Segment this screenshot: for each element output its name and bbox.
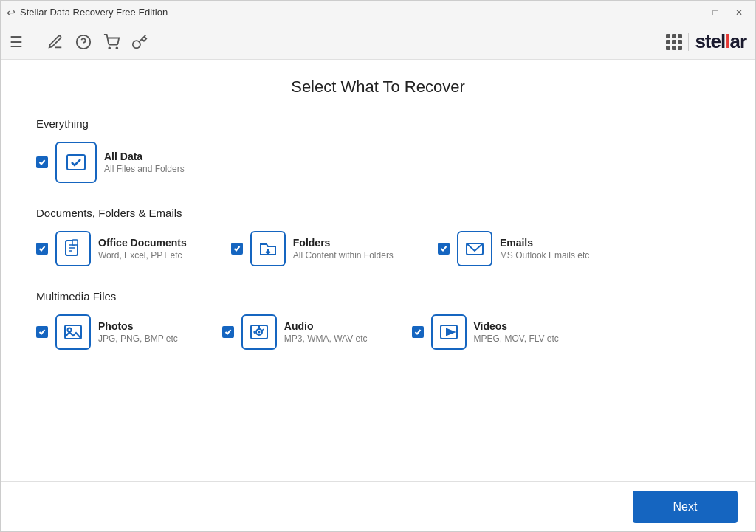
svg-point-3 <box>116 47 117 49</box>
svg-rect-9 <box>72 240 78 245</box>
photos-title: Photos <box>98 320 178 332</box>
checkbox-photos[interactable] <box>36 326 48 338</box>
section-everything: Everything <box>36 117 720 183</box>
hamburger-menu-icon[interactable]: ☰ <box>10 33 23 51</box>
all-data-subtitle: All Files and Folders <box>104 164 185 174</box>
toolbar-left: ☰ <box>10 33 148 51</box>
minimize-button[interactable]: — <box>681 5 702 20</box>
documents-items-row: Office Documents Word, Excel, PPT etc <box>36 231 720 266</box>
office-documents-text: Office Documents Word, Excel, PPT etc <box>98 237 187 260</box>
maximize-button[interactable]: □ <box>705 5 726 20</box>
item-videos: Videos MPEG, MOV, FLV etc <box>412 314 559 350</box>
audio-title: Audio <box>284 320 368 332</box>
checkbox-office-documents[interactable] <box>36 243 48 255</box>
folders-text: Folders All Content within Folders <box>293 237 394 260</box>
checkbox-emails[interactable] <box>438 243 450 255</box>
checkbox-all-data[interactable] <box>36 156 48 168</box>
app-window: ↩ Stellar Data Recovery Free Edition — □… <box>0 0 756 532</box>
toolbar: ☰ <box>1 24 755 60</box>
apps-grid-icon[interactable] <box>666 34 682 50</box>
videos-subtitle: MPEG, MOV, FLV etc <box>474 334 559 344</box>
all-data-icon-box <box>55 142 97 183</box>
checkbox-folders[interactable] <box>231 243 243 255</box>
videos-text: Videos MPEG, MOV, FLV etc <box>474 320 559 344</box>
folders-icon-box <box>250 231 286 266</box>
toolbar-divider-2 <box>688 33 689 51</box>
app-icon: ↩ <box>7 7 16 18</box>
emails-text: Emails MS Outlook Emails etc <box>500 237 589 260</box>
videos-title: Videos <box>474 320 559 332</box>
all-data-title: All Data <box>104 151 185 162</box>
emails-title: Emails <box>500 237 589 249</box>
svg-point-16 <box>258 331 260 334</box>
help-icon[interactable] <box>75 34 92 50</box>
next-button[interactable]: Next <box>633 491 738 523</box>
edit-icon[interactable] <box>47 34 63 50</box>
section-everything-label: Everything <box>36 117 720 130</box>
audio-text: Audio MP3, WMA, WAV etc <box>284 320 368 344</box>
audio-icon-box <box>241 314 277 350</box>
window-controls: — □ ✕ <box>681 5 749 20</box>
multimedia-items-row: Photos JPG, PNG, BMP etc <box>36 314 720 350</box>
section-documents-label: Documents, Folders & Emails <box>36 207 720 219</box>
svg-line-18 <box>262 329 264 331</box>
photos-subtitle: JPG, PNG, BMP etc <box>98 334 178 344</box>
photos-icon-box <box>55 314 91 350</box>
office-documents-subtitle: Word, Excel, PPT etc <box>98 250 187 260</box>
folders-title: Folders <box>293 237 394 249</box>
close-button[interactable]: ✕ <box>729 5 749 20</box>
photos-text: Photos JPG, PNG, BMP etc <box>98 320 178 344</box>
office-documents-title: Office Documents <box>98 237 187 249</box>
page-title: Select What To Recover <box>36 77 720 97</box>
toolbar-right: stellar <box>666 30 746 53</box>
all-data-text: All Data All Files and Folders <box>104 151 185 174</box>
title-bar-left: ↩ Stellar Data Recovery Free Edition <box>7 7 168 18</box>
item-all-data: All Data All Files and Folders <box>36 142 185 183</box>
title-bar: ↩ Stellar Data Recovery Free Edition — □… <box>1 1 755 24</box>
office-documents-icon-box <box>55 231 91 266</box>
svg-rect-4 <box>67 155 85 170</box>
section-multimedia: Multimedia Files <box>36 290 720 350</box>
section-documents: Documents, Folders & Emails <box>36 207 720 266</box>
emails-icon-box <box>457 231 492 266</box>
toolbar-divider-1 <box>35 33 35 51</box>
item-photos: Photos JPG, PNG, BMP etc <box>36 314 178 350</box>
key-icon[interactable] <box>131 34 148 50</box>
svg-point-2 <box>109 47 110 49</box>
cart-icon[interactable] <box>103 34 120 50</box>
svg-marker-20 <box>447 329 454 335</box>
section-multimedia-label: Multimedia Files <box>36 290 720 303</box>
audio-subtitle: MP3, WMA, WAV etc <box>284 334 368 344</box>
brand-text: stellar <box>695 30 746 53</box>
checkbox-all-data-wrap <box>36 156 48 168</box>
emails-subtitle: MS Outlook Emails etc <box>500 250 589 260</box>
item-folders: Folders All Content within Folders <box>231 231 394 266</box>
folders-subtitle: All Content within Folders <box>293 250 394 260</box>
checkbox-videos[interactable] <box>412 326 424 338</box>
window-title: Stellar Data Recovery Free Edition <box>20 7 168 18</box>
videos-icon-box <box>431 314 467 350</box>
checkbox-audio[interactable] <box>222 326 234 338</box>
main-content: Select What To Recover Everything <box>1 60 755 481</box>
item-audio: Audio MP3, WMA, WAV etc <box>222 314 368 350</box>
item-emails: Emails MS Outlook Emails etc <box>438 231 589 266</box>
everything-items-row: All Data All Files and Folders <box>36 142 720 183</box>
brand-logo: stellar <box>695 30 746 53</box>
item-office-documents: Office Documents Word, Excel, PPT etc <box>36 231 187 266</box>
footer: Next <box>1 481 755 531</box>
